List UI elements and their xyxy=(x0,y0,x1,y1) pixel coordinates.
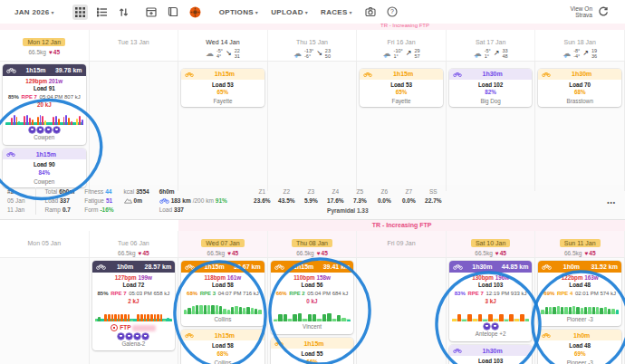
help-button[interactable]: ? xyxy=(387,6,398,17)
card-body: 129bpm 201wLoad 9185% RPE 7 05:04 PM 807… xyxy=(3,76,86,146)
day-cell[interactable]: 1h0m28.57 km127bpm 199wLoad 7285% RPE 7 … xyxy=(90,258,179,364)
workout-card-completed[interactable]: 1h0m31.52 km122bpm 163wLoad 4869% RPE 4 … xyxy=(538,261,621,327)
chart-bar xyxy=(44,120,46,125)
add-event-button[interactable] xyxy=(146,6,157,17)
camera-button[interactable] xyxy=(365,6,376,17)
day-header[interactable]: Wed 14 Jan☁-5°4°↘2231 xyxy=(178,30,268,61)
temperature-range: -5°4° xyxy=(216,48,223,60)
card-header: 1h0m xyxy=(538,330,621,340)
view-on-strava-link[interactable]: View On Strava xyxy=(571,5,592,19)
workout-card-completed[interactable]: 1h15m39.78 km129bpm 201wLoad 9185% RPE 7… xyxy=(3,64,86,146)
day-cell[interactable]: 1h30m44.85 km130bpm 196wLoad 10383% RPE … xyxy=(447,258,536,364)
races-menu[interactable]: RACES xyxy=(321,8,352,16)
day-cell[interactable] xyxy=(357,258,447,364)
day-cell[interactable] xyxy=(90,62,179,191)
list-view-button[interactable] xyxy=(94,5,110,20)
chart-bar xyxy=(192,306,195,314)
load-label: Load 102 xyxy=(449,81,533,89)
chart-bar xyxy=(79,116,81,125)
day-cell[interactable]: 1h15mLoad 5365%Fayette xyxy=(357,62,447,191)
workout-card-completed[interactable]: 1h0m28.57 km127bpm 199wLoad 7285% RPE 7 … xyxy=(92,261,176,351)
avg-power: 158w xyxy=(316,274,330,281)
day-header[interactable]: Sat 17 Jan☁❄-5°1°↗3348 xyxy=(447,30,536,61)
workout-card-completed[interactable]: 1h15m39.41 km110bpm 158wLoad 5666% RPE 2… xyxy=(271,261,354,335)
refresh-icon xyxy=(598,6,609,17)
journal-button[interactable] xyxy=(168,6,178,17)
zone-label: Z6 xyxy=(372,187,397,196)
day-cell[interactable]: 1h15mLoad 5365%Fayette xyxy=(178,62,268,191)
distance-label: 38.67 km xyxy=(234,263,261,270)
week-menu-button[interactable]: ••• xyxy=(607,198,616,207)
day-header[interactable]: Thu 08 Jan66.5kg45 xyxy=(268,231,358,257)
day-header[interactable]: Sat 10 Jan66.5kg45 xyxy=(447,231,536,257)
wind-speed-range: 2350 xyxy=(325,48,331,60)
load-label: Load 90 xyxy=(3,160,86,168)
avg-hr: 118bpm xyxy=(205,274,226,281)
workout-name: Vincent xyxy=(273,323,352,331)
plan-banner-bar: TR - Increasing FTP xyxy=(178,220,625,231)
refresh-button[interactable] xyxy=(598,6,609,17)
day-header[interactable]: Mon 12 Jan66.5kg45 xyxy=(0,30,90,61)
chart-bar xyxy=(50,123,52,125)
workout-card-planned[interactable]: 1h15mLoad 5365%Fayette xyxy=(360,69,443,108)
workout-profile-chart xyxy=(184,300,262,314)
distance-label: 28.57 km xyxy=(145,263,172,270)
chart-bar xyxy=(235,306,237,314)
weather-forecast: ☁❄-8°-4°↗1936 xyxy=(535,48,624,60)
workout-card-planned[interactable]: 1h15mLoad 9084%Cowpen xyxy=(3,148,86,187)
day-cell[interactable]: 1h0m31.52 km122bpm 163wLoad 4869% RPE 4 … xyxy=(535,258,625,364)
workout-card-planned[interactable]: 1h15mLoad 5868%Collins xyxy=(181,330,264,364)
week-end-date: 11 Jan xyxy=(7,206,25,215)
chart-bar xyxy=(163,320,166,322)
day-header[interactable]: Wed 07 Jan66.5kg45 xyxy=(178,231,268,257)
workout-name: Brasstown xyxy=(538,97,621,107)
workout-card-planned[interactable]: 1h15mLoad 5365%Fayette xyxy=(181,69,264,108)
temperature-range: -13°-6° xyxy=(304,48,313,60)
chart-bar xyxy=(140,314,143,321)
upload-menu[interactable]: UPLOAD xyxy=(271,8,308,16)
day-cell[interactable]: 1h15m39.41 km110bpm 158wLoad 5666% RPE 2… xyxy=(268,258,358,364)
day-header[interactable]: Mon 05 Jan xyxy=(0,231,90,257)
day-cell[interactable]: 1h30mLoad 10282%Big Dog xyxy=(447,62,536,191)
day-label: Sun 11 Jan xyxy=(560,239,601,247)
workout-card-completed[interactable]: 1h30m44.85 km130bpm 196wLoad 10383% RPE … xyxy=(449,261,533,342)
workout-card-planned[interactable]: 1h0mLoad 4869%Pioneer -3 xyxy=(538,330,621,364)
day-header[interactable]: Sun 18 Jan☁❄-8°-4°↗1936 xyxy=(535,30,625,61)
time-energy-label: 02:01 PM 574 kJ xyxy=(575,291,616,296)
day-cell[interactable]: 1h15m38.67 km118bpm 161wLoad 5868% RPE 3… xyxy=(178,258,268,364)
month-selector[interactable]: JAN 2026 xyxy=(14,8,54,16)
grid-view-button[interactable] xyxy=(72,5,88,20)
day-header[interactable]: Thu 15 Jan☁❄-13°-6°↘2350 xyxy=(268,30,358,61)
ride-load: 337 xyxy=(174,206,184,215)
chart-bar xyxy=(216,305,218,314)
day-header[interactable]: Tue 13 Jan xyxy=(90,30,179,61)
day-label: Thu 08 Jan xyxy=(292,239,332,247)
workout-card-planned[interactable]: 1h30mLoad 10382%Antelope +2 xyxy=(449,345,533,364)
avatar-icon[interactable] xyxy=(189,6,201,18)
day-label: Wed 14 Jan xyxy=(206,38,239,46)
sort-arrows-button[interactable] xyxy=(116,5,131,20)
workout-card-planned[interactable]: 1h30mLoad 7068%Brasstown xyxy=(538,69,621,108)
load-label: Load 55 xyxy=(271,350,354,358)
workout-card-completed[interactable]: 1h15m38.67 km118bpm 161wLoad 5868% RPE 3… xyxy=(181,261,264,327)
ride-percent: 91% xyxy=(216,196,227,206)
day-header[interactable]: Fri 09 Jan xyxy=(357,231,447,257)
day-cell[interactable]: 1h30mLoad 7068%Brasstown xyxy=(535,62,625,191)
options-menu[interactable]: OPTIONS xyxy=(219,8,258,16)
chart-bar xyxy=(332,319,336,321)
day-header[interactable]: Fri 16 Jan☁❄-10°1°↗2957 xyxy=(357,30,447,61)
day-cell[interactable] xyxy=(0,258,90,364)
plan-banner-top: TR - Increasing FTP xyxy=(0,24,625,30)
week-number: #2 xyxy=(7,187,14,196)
workout-card-planned[interactable]: 1h15mLoad 5566%Vincent xyxy=(271,338,354,364)
day-header[interactable]: Tue 06 Jan66.5kg45 xyxy=(90,231,179,257)
day-cell[interactable]: 1h15m39.78 km129bpm 201wLoad 9185% RPE 7… xyxy=(0,62,90,191)
chart-bar xyxy=(347,320,351,322)
day-cell[interactable] xyxy=(268,62,358,191)
workout-name: Fayette xyxy=(360,97,443,107)
card-header: 1h15m xyxy=(181,69,264,80)
duration-label: 1h15m xyxy=(286,340,342,347)
day-header[interactable]: Sun 11 Jan66.5kg45 xyxy=(535,231,625,257)
workout-card-planned[interactable]: 1h30mLoad 10282%Big Dog xyxy=(449,69,533,108)
day-label: Sat 10 Jan xyxy=(471,239,510,247)
